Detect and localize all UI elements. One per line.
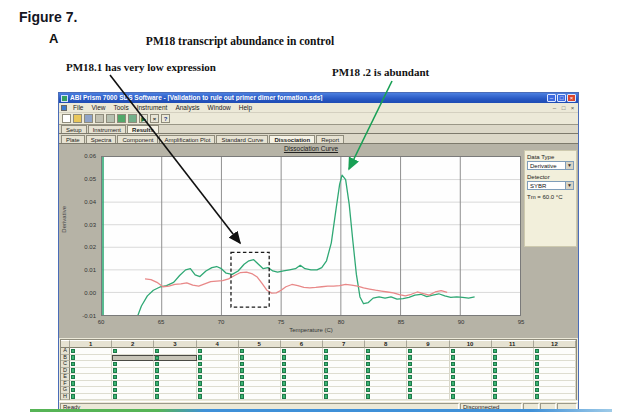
plate-column-header-9[interactable]: 9 <box>407 340 449 348</box>
well-sample-marker <box>535 368 539 373</box>
tab-component[interactable]: Component <box>117 135 158 143</box>
plate-column-header-1[interactable]: 1 <box>70 340 112 348</box>
well-H8[interactable] <box>365 394 407 401</box>
detector-dropdown[interactable]: SYBR ▼ <box>527 181 574 190</box>
well-sample-marker <box>366 349 370 354</box>
plate-column-header-10[interactable]: 10 <box>450 340 492 348</box>
well-sample-marker <box>240 381 244 386</box>
print-icon[interactable] <box>95 114 104 123</box>
plate-column-header-12[interactable]: 12 <box>534 340 576 348</box>
tab-standard-curve[interactable]: Standard Curve <box>216 135 268 143</box>
well-H11[interactable] <box>492 394 534 401</box>
run-icon[interactable]: ▶ <box>139 114 148 123</box>
minimize-button[interactable]: – <box>547 94 556 102</box>
tab-dissociation[interactable]: Dissociation <box>269 135 315 143</box>
mdi-minimize-button[interactable]: – <box>551 105 558 111</box>
chevron-down-icon[interactable]: ▼ <box>565 162 573 169</box>
plate-column-header-7[interactable]: 7 <box>323 340 365 348</box>
well-sample-marker <box>408 349 412 354</box>
plate-view-icon[interactable] <box>128 114 137 123</box>
well-sample-marker <box>366 375 370 380</box>
plate-grid: 123456789101112ABCDEFGH <box>60 339 577 400</box>
tab-report[interactable]: Report <box>316 135 344 143</box>
menu-item-analysis[interactable]: Analysis <box>171 104 203 111</box>
well-sample-marker <box>408 394 412 399</box>
help-icon[interactable]: ? <box>161 114 170 123</box>
well-H3[interactable] <box>154 394 196 401</box>
plate-column-header-11[interactable]: 11 <box>492 340 534 348</box>
plate-column-header-5[interactable]: 5 <box>239 340 281 348</box>
plate-column-header-2[interactable]: 2 <box>112 340 154 348</box>
y-tick-label: 0.03 <box>73 222 96 228</box>
plate-column-header-4[interactable]: 4 <box>197 340 239 348</box>
well-sample-marker <box>198 388 202 393</box>
well-sample-marker <box>198 375 202 380</box>
well-H4[interactable] <box>197 394 239 401</box>
restore-button[interactable]: □ <box>557 94 566 102</box>
stop-run-icon[interactable]: × <box>150 114 159 123</box>
well-H1[interactable] <box>70 394 112 401</box>
menu-item-tools[interactable]: Tools <box>109 104 132 111</box>
tab-setup[interactable]: Setup <box>61 125 87 133</box>
export-grid-icon[interactable] <box>117 114 126 123</box>
plate-column-header-3[interactable]: 3 <box>154 340 196 348</box>
annotation-abundant: PM18 .2 is abundant <box>332 67 429 78</box>
well-H10[interactable] <box>450 394 492 401</box>
y-tick-label: 0.01 <box>73 267 96 273</box>
well-H6[interactable] <box>281 394 323 401</box>
well-sample-marker <box>282 355 286 360</box>
tab-spectra[interactable]: Spectra <box>86 135 117 143</box>
figure-canvas: Figure 7. A PM18 transcript abundance in… <box>0 0 627 420</box>
document-icon <box>61 105 67 111</box>
well-sample-marker <box>493 375 497 380</box>
well-sample-marker <box>240 388 244 393</box>
report-icon[interactable] <box>106 114 115 123</box>
plate-column-header-8[interactable]: 8 <box>365 340 407 348</box>
plate-row-header-H[interactable]: H <box>61 394 70 401</box>
close-button[interactable]: × <box>567 94 576 102</box>
tab-results[interactable]: Results <box>127 125 159 133</box>
well-sample-marker <box>113 375 117 380</box>
menu-item-window[interactable]: Window <box>204 104 235 111</box>
well-sample-marker <box>324 381 328 386</box>
well-sample-marker <box>240 362 244 367</box>
well-sample-marker <box>451 362 455 367</box>
well-H5[interactable] <box>239 394 281 401</box>
x-tick-label: 85 <box>391 319 411 325</box>
new-document-icon[interactable] <box>62 114 71 123</box>
menu-item-help[interactable]: Help <box>235 104 256 111</box>
y-tick-label: 0.04 <box>73 199 96 205</box>
well-sample-marker <box>198 349 202 354</box>
well-sample-marker <box>408 375 412 380</box>
figure-title: PM18 transcript abundance in control <box>105 36 375 48</box>
plate-column-header-6[interactable]: 6 <box>281 340 323 348</box>
menu-item-view[interactable]: View <box>87 104 109 111</box>
well-H7[interactable] <box>323 394 365 401</box>
window-title-bar[interactable]: ABI Prism 7000 SDS Software - [Validatio… <box>59 93 578 103</box>
chevron-down-icon[interactable]: ▼ <box>565 182 573 189</box>
well-H2[interactable] <box>112 394 154 401</box>
detector-label: Detector <box>527 174 574 180</box>
well-H12[interactable] <box>534 394 576 401</box>
tab-instrument[interactable]: Instrument <box>88 125 126 133</box>
well-sample-marker <box>324 368 328 373</box>
figure-divider-line <box>30 409 612 412</box>
well-sample-marker <box>282 349 286 354</box>
well-sample-marker <box>282 362 286 367</box>
well-sample-marker <box>535 375 539 380</box>
well-sample-marker <box>451 349 455 354</box>
well-sample-marker <box>493 349 497 354</box>
well-sample-marker <box>324 355 328 360</box>
menu-item-file[interactable]: File <box>69 104 87 111</box>
well-sample-marker <box>71 388 75 393</box>
mdi-restore-button[interactable]: □ <box>560 105 567 111</box>
data-type-dropdown[interactable]: Derivative ▼ <box>527 161 574 170</box>
menu-item-instrument[interactable]: Instrument <box>133 104 172 111</box>
well-H9[interactable] <box>407 394 449 401</box>
tab-plate[interactable]: Plate <box>61 135 85 143</box>
mdi-close-button[interactable]: × <box>569 105 576 111</box>
save-icon[interactable] <box>84 114 93 123</box>
tab-amplification-plot[interactable]: Amplification Plot <box>159 135 215 143</box>
dissociation-plot[interactable] <box>101 156 521 316</box>
open-folder-icon[interactable] <box>73 114 82 123</box>
